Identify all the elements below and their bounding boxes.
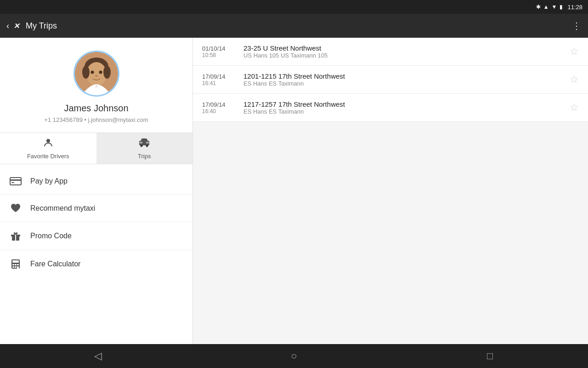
calculator-icon <box>9 259 22 270</box>
status-time: 11:28 <box>567 4 582 11</box>
trip-details: 1217-1257 17th Street Northwest ES Hans … <box>243 100 570 115</box>
svg-point-6 <box>99 71 102 74</box>
svg-point-8 <box>46 139 50 143</box>
svg-point-3 <box>82 66 90 79</box>
svg-point-11 <box>146 145 148 147</box>
trip-date: 01/10/14 10:58 <box>202 45 234 58</box>
page-title: My Trips <box>26 21 582 31</box>
trip-time: 16:41 <box>202 80 234 86</box>
trip-star-button[interactable]: ☆ <box>570 46 579 58</box>
status-bar: ✱ ▲ ▼ ▮ 11:28 <box>0 0 588 14</box>
wifi-icon: ▼ <box>552 4 557 10</box>
trip-details: 23-25 U Street Northwest US Hans 105 US … <box>243 44 570 59</box>
battery-icon: ▮ <box>560 4 563 10</box>
profile-section: James Johnson +1 123456789 • j.johnson@m… <box>0 38 192 133</box>
recent-nav-button[interactable]: □ <box>476 347 504 365</box>
svg-rect-25 <box>12 266 14 268</box>
back-nav-button[interactable]: ◁ <box>84 347 112 365</box>
svg-rect-13 <box>146 142 149 144</box>
trips-panel: 01/10/14 10:58 23-25 U Street Northwest … <box>193 38 588 344</box>
trip-address: 1217-1257 17th Street Northwest <box>243 100 570 108</box>
menu-item-promo-code[interactable]: Promo Code <box>0 222 192 250</box>
gift-icon <box>9 230 22 242</box>
pay-by-app-icon <box>9 176 22 186</box>
trip-date-main: 17/09/14 <box>202 101 234 108</box>
tabs: Favorite Drivers Trips <box>0 133 192 164</box>
trip-date-main: 17/09/14 <box>202 73 234 80</box>
user-email: j.johnson@mytaxi.com <box>88 116 148 123</box>
svg-point-4 <box>103 66 111 79</box>
top-bar: ‹ ✕ My Trips ⋮ <box>0 14 588 38</box>
back-button[interactable]: ‹ <box>6 21 9 31</box>
svg-point-5 <box>90 71 94 74</box>
trip-date: 17/09/14 16:40 <box>202 101 234 115</box>
svg-rect-24 <box>17 264 19 265</box>
svg-rect-14 <box>10 178 21 185</box>
trip-date-main: 01/10/14 <box>202 45 234 52</box>
trip-details: 1201-1215 17th Street Northwest ES Hans … <box>243 72 570 87</box>
signal-icon: ▲ <box>543 4 549 10</box>
user-name: James Johnson <box>64 103 128 114</box>
heart-icon <box>9 203 22 213</box>
tab-trips[interactable]: Trips <box>96 133 193 164</box>
svg-rect-19 <box>15 235 16 241</box>
trip-time: 16:40 <box>202 108 234 115</box>
trip-driver: ES Hans ES Taximann <box>243 80 570 87</box>
left-panel: James Johnson +1 123456789 • j.johnson@m… <box>0 38 193 344</box>
pay-by-app-label: Pay by App <box>30 177 68 185</box>
car-icon <box>138 137 151 151</box>
recommend-label: Recommend mytaxi <box>30 204 95 213</box>
home-nav-button[interactable]: ○ <box>280 347 308 365</box>
trip-star-button[interactable]: ☆ <box>570 102 579 114</box>
avatar-image <box>75 52 118 95</box>
menu-item-fare-calculator[interactable]: Fare Calculator <box>0 250 192 278</box>
app-logo: ✕ <box>11 21 21 31</box>
trip-driver: US Hans 105 US Taximann 105 <box>243 52 570 59</box>
user-phone: +1 123456789 <box>44 116 83 123</box>
trip-item[interactable]: 17/09/14 16:41 1201-1215 17th Street Nor… <box>193 66 588 94</box>
svg-rect-26 <box>15 266 17 268</box>
svg-rect-12 <box>140 142 142 144</box>
avatar <box>74 51 119 97</box>
person-icon <box>43 137 54 151</box>
tab-favorite-drivers[interactable]: Favorite Drivers <box>0 133 96 164</box>
trip-item[interactable]: 01/10/14 10:58 23-25 U Street Northwest … <box>193 38 588 66</box>
trip-time: 10:58 <box>202 52 234 58</box>
svg-rect-15 <box>10 179 21 181</box>
menu-item-pay-by-app[interactable]: Pay by App <box>0 168 192 195</box>
main-content: James Johnson +1 123456789 • j.johnson@m… <box>0 38 588 344</box>
trip-star-button[interactable]: ☆ <box>570 74 579 86</box>
svg-rect-21 <box>12 260 19 263</box>
svg-rect-22 <box>12 264 14 265</box>
svg-rect-23 <box>15 264 17 265</box>
trip-address: 23-25 U Street Northwest <box>243 44 570 52</box>
trip-driver: ES Hans ES Taximann <box>243 108 570 115</box>
svg-point-7 <box>95 75 98 77</box>
overflow-menu-button[interactable]: ⋮ <box>572 20 582 31</box>
user-contact: +1 123456789 • j.johnson@mytaxi.com <box>44 116 148 123</box>
svg-rect-27 <box>17 266 19 270</box>
bluetooth-icon: ✱ <box>536 4 541 10</box>
menu-item-recommend[interactable]: Recommend mytaxi <box>0 195 192 222</box>
trip-address: 1201-1215 17th Street Northwest <box>243 72 570 80</box>
bottom-nav: ◁ ○ □ <box>0 344 588 368</box>
fare-calculator-label: Fare Calculator <box>30 260 80 268</box>
trip-date: 17/09/14 16:41 <box>202 73 234 86</box>
svg-rect-16 <box>11 182 14 183</box>
separator: • <box>85 116 88 123</box>
svg-point-10 <box>141 145 143 147</box>
trip-item[interactable]: 17/09/14 16:40 1217-1257 17th Street Nor… <box>193 94 588 122</box>
promo-code-label: Promo Code <box>30 232 72 240</box>
menu-items: Pay by App Recommend mytaxi <box>0 164 192 282</box>
tab-favorite-drivers-label: Favorite Drivers <box>27 153 69 160</box>
tab-trips-label: Trips <box>138 153 151 160</box>
